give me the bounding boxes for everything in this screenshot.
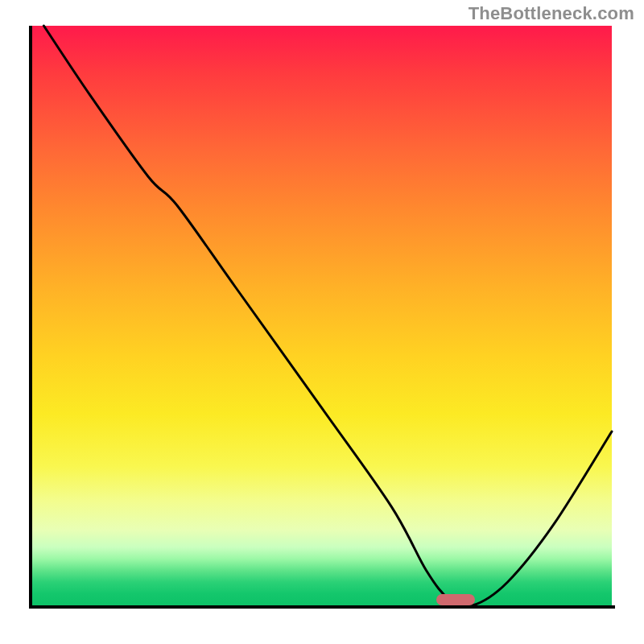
optimal-point-marker [436, 594, 475, 605]
plot-area [32, 26, 612, 605]
attribution-label: TheBottleneck.com [469, 3, 634, 24]
x-axis [29, 605, 615, 609]
bottleneck-curve [32, 26, 612, 605]
